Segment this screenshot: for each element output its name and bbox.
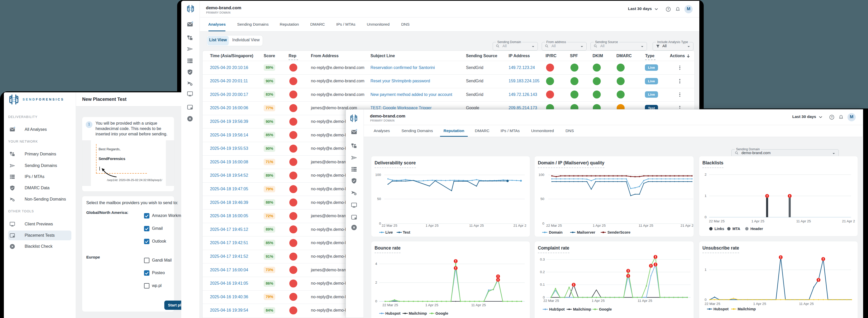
svg-text:?: ? bbox=[831, 116, 833, 119]
svg-text:?: ? bbox=[668, 8, 669, 11]
